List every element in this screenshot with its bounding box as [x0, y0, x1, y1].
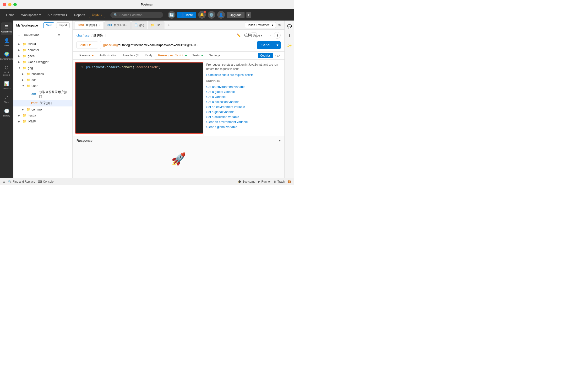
nav-home[interactable]: Home	[4, 12, 17, 18]
info-icon[interactable]: ℹ	[286, 32, 293, 40]
eye-icon[interactable]: 👁	[277, 22, 283, 28]
avatar[interactable]: 👤	[217, 11, 225, 19]
trash-button[interactable]: 🗑 Trash	[274, 180, 285, 183]
edit-icon[interactable]: ✏️	[236, 32, 242, 38]
close-button[interactable]	[3, 3, 6, 6]
tree-item-dcs[interactable]: ▶ 📁 dcs	[13, 77, 73, 83]
tree-item-ghg[interactable]: ▼ 📁 ghg	[13, 65, 73, 71]
cookies-bottom-button[interactable]: 🍪	[288, 180, 291, 183]
tab-label: user	[156, 23, 161, 27]
tree-item-cloud[interactable]: ▶ 📁 Cloud	[13, 41, 73, 47]
nav-api-network[interactable]: API Network ▾	[45, 12, 70, 18]
tree-item-gaea[interactable]: ▶ 📁 gaea	[13, 53, 73, 59]
upgrade-button[interactable]: Upgrade	[227, 12, 244, 18]
tree-item-common[interactable]: ▶ 📁 common	[13, 107, 73, 112]
snippet-get-env-var[interactable]: Get an environment variable	[206, 84, 282, 89]
tree-item-login[interactable]: POST 登录接口	[13, 100, 73, 107]
invite-button[interactable]: 👤 Invite	[177, 12, 196, 18]
breadcrumb-user[interactable]: user	[84, 34, 90, 37]
tree-item-get-current-user[interactable]: GET 获取当前登录用户接口	[13, 89, 73, 100]
tab-body[interactable]: Body	[142, 51, 155, 60]
maximize-button[interactable]	[13, 3, 17, 6]
tab-pre-request-script[interactable]: Pre-request Script	[155, 51, 189, 60]
filter-icon[interactable]: ≡	[56, 32, 62, 38]
notification-icon[interactable]: 🔔	[198, 11, 206, 19]
tab-headers[interactable]: Headers (8)	[120, 51, 142, 60]
sidebar-item-apis[interactable]: 👤 APIs	[1, 36, 12, 49]
save-arrow-button[interactable]: ▾	[259, 32, 264, 38]
info-icon[interactable]: ℹ	[274, 32, 281, 39]
send-dropdown-button[interactable]: ▾	[274, 41, 281, 49]
collapse-icon[interactable]: ▾	[279, 139, 281, 142]
cookies-button[interactable]: Cookies	[258, 53, 273, 58]
sidebar-item-environments[interactable]: 🌍 Environments	[1, 50, 12, 62]
breadcrumb-ghg[interactable]: ghg	[76, 34, 82, 37]
sync-icon[interactable]: 🔄	[168, 11, 175, 19]
runner-button[interactable]: ▶ Runner	[258, 180, 271, 183]
tab-post-login[interactable]: POST 登录接口 ✕	[74, 21, 104, 29]
tree-item-immp[interactable]: ▶ 📁 IMMP	[13, 118, 73, 124]
sidebar-item-mock-servers[interactable]: ⬡ Mock Servers	[1, 63, 12, 78]
sidebar-item-monitors[interactable]: 📊 Monitors	[1, 79, 12, 92]
console-button[interactable]: ⌨ Console	[38, 180, 53, 183]
snippet-clear-global-var[interactable]: Clear a global variable	[206, 124, 282, 129]
environment-selector[interactable]: Token Enviroment ▾	[245, 22, 276, 28]
code-editor[interactable]: 1 pm.request.headers.remove("accessToken…	[75, 62, 203, 134]
comments-icon[interactable]: 💬	[286, 22, 293, 30]
more-options-button[interactable]: ⋯	[266, 32, 272, 38]
tab-user[interactable]: 📁 user	[148, 21, 164, 29]
chevron-right-icon: ▶	[18, 114, 21, 117]
tab-authorization[interactable]: Authorization	[96, 51, 120, 60]
snippet-set-env-var[interactable]: Set an environment variable	[206, 104, 282, 109]
minimize-button[interactable]	[8, 3, 11, 6]
save-button[interactable]: 💾 Save	[251, 32, 257, 38]
snippets-learn-more-link[interactable]: Learn more about pre-request scripts	[206, 73, 253, 77]
sidebar-item-collections[interactable]: ☰ Collections	[1, 22, 12, 35]
chevron-right-icon: ▶	[18, 49, 21, 51]
settings-icon[interactable]: ⚙️	[208, 11, 215, 19]
sidebar-item-history[interactable]: 🕐 History	[1, 107, 12, 119]
upgrade-arrow-button[interactable]: ▾	[246, 12, 251, 18]
snippet-set-collection-var[interactable]: Set a collection variable	[206, 114, 282, 119]
tab-ghg[interactable]: 📄 ghg	[131, 21, 147, 29]
snippet-set-global-var[interactable]: Set a global variable	[206, 109, 282, 114]
search-input[interactable]	[119, 13, 158, 17]
method-selector[interactable]: POST ▾	[76, 41, 98, 49]
tree-item-demeter[interactable]: ▶ 📁 demeter	[13, 47, 73, 53]
new-button[interactable]: New	[43, 22, 54, 28]
magic-icon[interactable]: ✨	[286, 41, 293, 49]
code-icon[interactable]: </>	[275, 53, 281, 59]
tree-item-hestia[interactable]: ▶ 📁 hestia	[13, 112, 73, 118]
main-layout: ☰ Collections 👤 APIs 🌍 Environments ⬡ Mo…	[0, 20, 294, 178]
tab-close-icon[interactable]: ✕	[98, 24, 101, 27]
add-tab-button[interactable]: +	[166, 22, 172, 28]
nav-workspaces[interactable]: Workspaces ▾	[19, 12, 43, 18]
import-button[interactable]: Import	[56, 22, 70, 28]
tab-get-query[interactable]: GET 根据ID查...	[104, 21, 131, 29]
nav-explore[interactable]: Explore	[89, 11, 105, 18]
more-tabs-icon[interactable]: ⋯	[172, 22, 178, 28]
send-button[interactable]: Send	[257, 41, 274, 49]
tab-tests[interactable]: Tests	[189, 51, 206, 60]
tab-settings[interactable]: Settings	[206, 51, 223, 60]
snippets-description: Pre-request scripts are written in JavaS…	[206, 62, 282, 71]
bottom-layout-icon[interactable]: ⊞	[3, 180, 5, 183]
sidebar-item-flows[interactable]: ⇌ Flows	[1, 93, 12, 106]
tree-item-gaea-swagger[interactable]: ▶ 📁 Gaea Swagger	[13, 59, 73, 65]
snippet-get-collection-var[interactable]: Get a collection variable	[206, 99, 282, 104]
snippet-clear-env-var[interactable]: Clear an environment variable	[206, 119, 282, 124]
tree-item-business[interactable]: ▶ 📁 business	[13, 71, 73, 77]
find-replace-button[interactable]: 🔍 Find and Replace	[8, 180, 35, 183]
snippet-get-var[interactable]: Get a variable	[206, 94, 282, 99]
tree-item-user[interactable]: ▼ 📁 user	[13, 83, 73, 89]
bootcamp-button[interactable]: 🎓 Bootcamp	[238, 180, 255, 183]
snippet-get-global-var[interactable]: Get a global variable	[206, 89, 282, 94]
search-bar[interactable]: 🔍	[110, 12, 163, 18]
more-options-icon[interactable]: ⋯	[64, 32, 70, 38]
tab-params[interactable]: Params	[76, 51, 96, 60]
runner-icon: ▶	[258, 180, 260, 183]
add-collection-button[interactable]: +	[16, 32, 22, 38]
tab-label: 登录接口	[85, 23, 97, 27]
url-display[interactable]: {{baseUrl}} /auth/login?username=admin&p…	[100, 41, 255, 49]
nav-reports[interactable]: Reports	[72, 12, 87, 18]
